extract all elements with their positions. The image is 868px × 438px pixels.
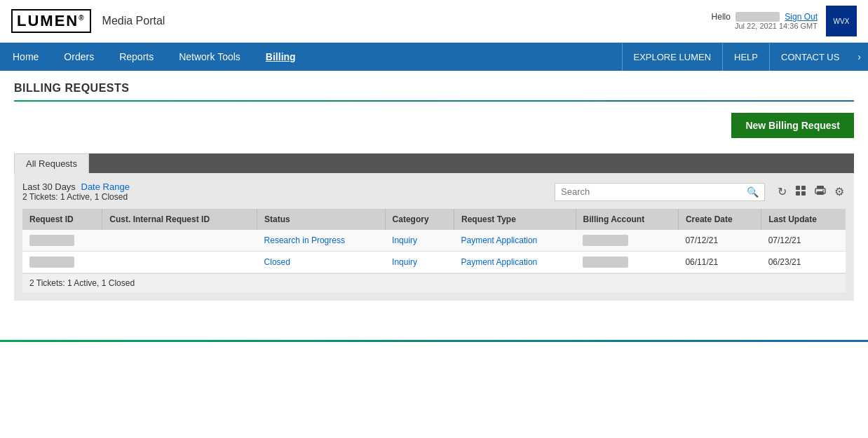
nav-more-icon[interactable]: ›: [850, 43, 868, 71]
date-range-link[interactable]: Date Range: [81, 182, 130, 192]
nav-right: EXPLORE LUMEN HELP CONTACT US ›: [622, 43, 869, 71]
nav-billing[interactable]: Billing: [253, 43, 308, 71]
cell-billing-account: [576, 230, 678, 252]
user-info: Hello Sign Out Jul 22, 2021 14:36 GMT: [712, 12, 818, 30]
nav-bar: Home Orders Reports Network Tools Billin…: [0, 43, 868, 71]
badge-label: WVX: [834, 18, 850, 25]
new-billing-request-button[interactable]: New Billing Request: [731, 113, 854, 138]
col-status: Status: [257, 209, 386, 230]
username-redacted: [735, 12, 780, 22]
nav-network-tools[interactable]: Network Tools: [166, 43, 253, 71]
table-footer: 2 Tickets: 1 Active, 1 Closed: [22, 273, 846, 292]
lumen-logo: LUMEN®: [11, 9, 91, 33]
table-section: Last 30 Days Date Range 2 Tickets: 1 Act…: [14, 173, 854, 301]
table-header-row: Request ID Cust. Internal Request ID Sta…: [22, 209, 846, 230]
page-title: BILLING REQUESTS: [14, 82, 854, 95]
col-request-id: Request ID: [22, 209, 102, 230]
wvx-badge: WVX: [826, 6, 857, 36]
hello-label: Hello: [712, 12, 731, 22]
cell-status: Research in Progress: [257, 230, 386, 252]
tickets-info: 2 Tickets: 1 Active, 1 Closed: [22, 192, 133, 202]
section-divider: [14, 100, 854, 102]
svg-rect-7: [822, 190, 824, 191]
svg-rect-3: [801, 191, 806, 196]
search-box: 🔍: [555, 183, 765, 201]
cell-category: Inquiry: [385, 252, 454, 273]
billing-table: Request ID Cust. Internal Request ID Sta…: [22, 209, 846, 273]
cell-category: Inquiry: [385, 230, 454, 252]
toolbar-icons: ↻ ⚙: [776, 184, 846, 200]
hello-line: Hello Sign Out: [712, 12, 818, 22]
cell-cust-id: [102, 230, 257, 252]
col-request-type: Request Type: [454, 209, 576, 230]
tab-bar: All Requests: [14, 153, 854, 173]
col-cust-internal-id: Cust. Internal Request ID: [102, 209, 257, 230]
status-link[interactable]: Payment Application: [461, 257, 538, 267]
cell-request-type: Payment Application: [454, 252, 576, 273]
redacted-value: [29, 235, 74, 246]
redacted-value: [29, 256, 74, 268]
cell-last-update: 06/23/21: [761, 252, 846, 273]
status-link[interactable]: Inquiry: [392, 257, 417, 267]
nav-reports[interactable]: Reports: [107, 43, 166, 71]
status-link[interactable]: Inquiry: [392, 235, 417, 245]
redacted-value: [583, 235, 628, 246]
svg-rect-0: [796, 186, 800, 190]
filter-left: Last 30 Days Date Range 2 Tickets: 1 Act…: [22, 182, 133, 202]
cell-request-id: [22, 230, 102, 252]
print-icon[interactable]: [813, 184, 827, 200]
cell-last-update: 07/12/21: [761, 230, 846, 252]
header-left: LUMEN® Media Portal: [11, 9, 165, 33]
nav-orders[interactable]: Orders: [51, 43, 107, 71]
cell-request-id: [22, 252, 102, 273]
col-create-date: Create Date: [678, 209, 761, 230]
nav-help[interactable]: HELP: [722, 43, 769, 71]
filter-row: Last 30 Days Date Range 2 Tickets: 1 Act…: [22, 182, 846, 202]
cell-billing-account: [576, 252, 678, 273]
svg-rect-6: [817, 191, 824, 195]
date-range-info: Last 30 Days Date Range: [22, 182, 133, 192]
nav-home[interactable]: Home: [0, 43, 51, 71]
settings-icon[interactable]: ⚙: [833, 184, 846, 200]
header: LUMEN® Media Portal Hello Sign Out Jul 2…: [0, 0, 868, 43]
nav-left: Home Orders Reports Network Tools Billin…: [0, 43, 622, 71]
table-row: ClosedInquiryPayment Application 06/11/2…: [22, 252, 846, 273]
svg-rect-2: [796, 191, 800, 196]
cell-request-type: Payment Application: [454, 230, 576, 252]
cell-status: Closed: [257, 252, 386, 273]
sign-out-link[interactable]: Sign Out: [785, 12, 818, 22]
col-billing-account: Billing Account: [576, 209, 678, 230]
col-category: Category: [385, 209, 454, 230]
redacted-value: [583, 256, 628, 268]
datetime: Jul 22, 2021 14:36 GMT: [712, 22, 818, 30]
status-link[interactable]: Research in Progress: [264, 235, 345, 245]
logo-text: LUMEN: [17, 12, 79, 29]
date-range-label: Last 30 Days: [22, 182, 76, 192]
nav-contact-us[interactable]: CONTACT US: [769, 43, 850, 71]
page-content: BILLING REQUESTS New Billing Request All…: [0, 71, 868, 312]
col-last-update: Last Update: [761, 209, 846, 230]
nav-explore-lumen[interactable]: EXPLORE LUMEN: [622, 43, 723, 71]
search-input[interactable]: [561, 186, 747, 197]
header-right: Hello Sign Out Jul 22, 2021 14:36 GMT WV…: [712, 6, 857, 36]
svg-rect-1: [801, 186, 806, 190]
table-row: Research in ProgressInquiryPayment Appli…: [22, 230, 846, 252]
logo-trademark: ®: [79, 14, 85, 22]
search-icon: 🔍: [747, 186, 759, 198]
cell-create-date: 07/12/21: [678, 230, 761, 252]
cell-cust-id: [102, 252, 257, 273]
export-icon[interactable]: [794, 184, 808, 200]
tab-all-requests[interactable]: All Requests: [14, 153, 89, 173]
cell-create-date: 06/11/21: [678, 252, 761, 273]
page-footer: [0, 340, 868, 356]
status-link[interactable]: Closed: [264, 257, 290, 267]
refresh-icon[interactable]: ↻: [776, 184, 788, 200]
status-link[interactable]: Payment Application: [461, 235, 538, 245]
portal-title: Media Portal: [102, 15, 165, 27]
